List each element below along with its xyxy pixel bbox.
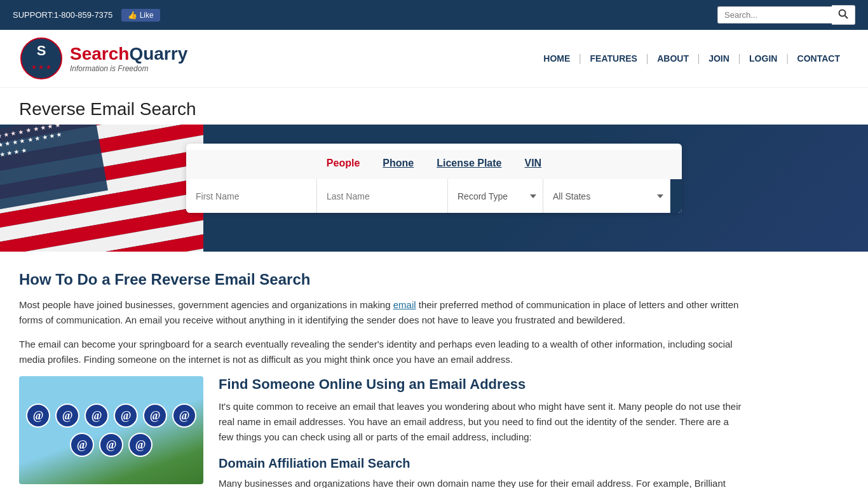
last-name-input[interactable] [317,179,448,213]
tab-license-plate[interactable]: License Plate [431,156,506,170]
svg-text:S: S [37,43,46,58]
top-bar-left: SUPPORT:1-800-859-7375 👍 Like [13,9,160,22]
intro-text-before-link: Most people have joined businesses, gove… [19,299,393,310]
logo-brand: SearchQuarry [70,44,187,64]
section2-heading: Domain Affiliation Email Search [219,456,743,471]
email-icon-7: @ [70,433,94,457]
record-type-select[interactable]: Record Type [448,179,543,213]
nav-features[interactable]: FEATURES [581,50,646,67]
tab-people[interactable]: People [322,156,365,170]
email-icon-9: @ [128,433,153,457]
nav-contact[interactable]: CONTACT [789,50,849,67]
search-icon [838,9,848,19]
nav-home[interactable]: HOME [534,50,579,67]
logo-tagline: Information is Freedom [70,64,187,73]
email-icon-3: @ [85,403,109,428]
svg-point-0 [839,10,846,17]
site-header: S ★ ★ ★ SearchQuarry Information is Free… [0,30,868,88]
content-section: @ @ @ @ @ @ @ @ @ Find Someone Online Us… [19,376,743,488]
search-widget-container: People Phone License Plate VIN Record Ty… [0,144,868,213]
email-icon-5: @ [143,403,167,428]
email-icon-1: @ [26,403,50,428]
top-search-button[interactable] [832,5,855,25]
email-link[interactable]: email [393,299,416,310]
logo-text: SearchQuarry Information is Freedom [70,44,187,73]
search-button[interactable]: SEARCH [670,179,682,213]
support-phone: SUPPORT:1-800-859-7375 [13,10,112,20]
logo-icon: S ★ ★ ★ [19,36,64,81]
top-search-input[interactable] [717,6,832,24]
top-bar: SUPPORT:1-800-859-7375 👍 Like [0,0,868,30]
main-content-heading: How To Do a Free Reverse Email Search [19,271,743,288]
intro-paragraph-2: The email can become your springboard fo… [19,337,743,367]
nav-login[interactable]: LOGIN [740,50,786,67]
state-select[interactable]: All States [543,179,670,213]
hero-banner: ★ ★ ★ ★ ★ ★ ★ ★ ★ ★ ★ ★ ★ ★ ★ ★ ★ ★ ★ ★ … [0,125,868,252]
fb-like-button[interactable]: 👍 Like [121,9,159,22]
svg-line-1 [845,16,848,19]
search-widget: People Phone License Plate VIN Record Ty… [186,144,682,213]
page-title: Reverse Email Search [19,99,849,119]
content-area: How To Do a Free Reverse Email Search Mo… [0,252,763,488]
email-image: @ @ @ @ @ @ @ @ @ [19,376,203,484]
search-tabs: People Phone License Plate VIN [186,150,682,179]
main-nav: HOME | FEATURES | ABOUT | JOIN | LOGIN |… [534,50,849,67]
content-right: Find Someone Online Using an Email Addre… [219,376,743,488]
svg-text:★ ★ ★: ★ ★ ★ [31,64,52,71]
email-icon-8: @ [99,433,123,457]
section2-paragraph: Many businesses and organizations have t… [219,476,743,488]
first-name-input[interactable] [186,179,317,213]
tab-phone[interactable]: Phone [377,156,419,170]
email-icon-6: @ [172,403,196,428]
search-fields: Record Type All States SEARCH [186,179,682,213]
logo-area: S ★ ★ ★ SearchQuarry Information is Free… [19,36,187,81]
email-icon-4: @ [114,403,138,428]
top-search-form [717,5,855,25]
page-title-area: Reverse Email Search [0,88,868,125]
section-paragraph: It's quite common to receive an email th… [219,399,743,445]
email-icons: @ @ @ @ @ @ @ @ @ [19,397,203,463]
section-heading: Find Someone Online Using an Email Addre… [219,376,743,393]
nav-join[interactable]: JOIN [700,50,738,67]
logo-brand-quarry: Quarry [129,44,187,64]
email-icon-2: @ [55,403,79,428]
intro-paragraph-1: Most people have joined businesses, gove… [19,297,743,328]
tab-vin[interactable]: VIN [519,156,546,170]
nav-about[interactable]: ABOUT [648,50,698,67]
